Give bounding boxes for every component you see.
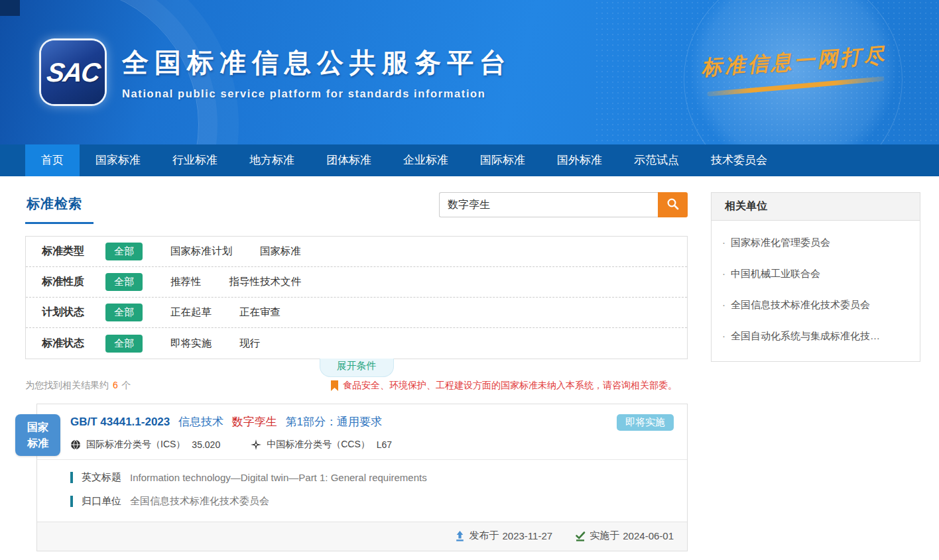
standard-title-part1: 信息技术 (178, 416, 223, 428)
detail-value: Information technology—Digital twin—Part… (130, 472, 427, 483)
filter-row-standard-type: 标准类型 全部 国家标准计划 国家标准 (26, 237, 687, 267)
result-count-prefix: 为您找到相关结果约 (25, 380, 109, 390)
related-units-panel: 相关单位 ·国家标准化管理委员会 ·中国机械工业联合会 ·全国信息技术标准化技术… (711, 192, 920, 362)
search-box (439, 192, 688, 217)
bullet-dot: · (722, 330, 725, 341)
filter-label: 标准状态 (42, 337, 105, 351)
globe-icon (70, 439, 81, 450)
related-unit-label: 国家标准化管理委员会 (731, 237, 830, 248)
type-badge-line2: 标准 (27, 435, 48, 451)
result-count: 为您找到相关结果约 6 个 (25, 380, 131, 392)
related-unit-link[interactable]: ·全国自动化系统与集成标准化技… (722, 321, 909, 352)
filter-selected-all[interactable]: 全部 (105, 273, 143, 291)
result-info-row: 为您找到相关结果约 6 个 食品安全、环境保护、工程建设方面的国家标准未纳入本系… (25, 380, 688, 392)
filter-selected-all[interactable]: 全部 (105, 304, 143, 321)
detail-label: 英文标题 (82, 471, 121, 484)
result-count-number: 6 (113, 380, 118, 390)
nav-item-technical-committees[interactable]: 技术委员会 (695, 144, 783, 176)
nav-item-pilot-demo[interactable]: 示范试点 (618, 144, 695, 176)
filter-option[interactable]: 现行 (239, 337, 260, 351)
related-unit-link[interactable]: ·全国信息技术标准化技术委员会 (722, 290, 909, 321)
filter-label: 标准类型 (42, 245, 105, 258)
implement-check-icon (575, 531, 586, 541)
publish-icon (455, 531, 465, 541)
card-details: 英文标题 Information technology—Digital twin… (37, 460, 687, 522)
published-date-item: 发布于 2023-11-27 (455, 530, 552, 542)
card-meta: 国际标准分类号（ICS） 35.020 中国标准分类号（CCS） L67 (37, 431, 687, 460)
nav-item-home[interactable]: 首页 (25, 144, 80, 176)
sac-logo-text: SAC (45, 58, 101, 87)
nav-item-group-standards[interactable]: 团体标准 (310, 144, 387, 176)
sac-logo[interactable]: SAC (41, 40, 105, 104)
related-unit-link[interactable]: ·国家标准化管理委员会 (722, 227, 909, 258)
page-title: 标准检索 (27, 196, 82, 211)
filter-option[interactable]: 推荐性 (170, 275, 202, 289)
nav-item-international-standards[interactable]: 国际标准 (464, 144, 541, 176)
section-title-underline: 标准检索 (25, 192, 94, 224)
standard-title-part2: 第1部分：通用要求 (285, 416, 381, 428)
ccs-meta: 中国标准分类号（CCS） L67 (251, 439, 392, 451)
detail-value: 全国信息技术标准化技术委员会 (130, 495, 269, 508)
nav-item-national-standards[interactable]: 国家标准 (80, 144, 156, 176)
implemented-date: 2024-06-01 (623, 530, 674, 541)
card-footer: 发布于 2023-11-27 实施于 2024-06-01 (37, 522, 687, 551)
site-header: SAC 全国标准信息公共服务平台 National public service… (0, 0, 939, 144)
related-unit-label: 中国机械工业联合会 (731, 268, 820, 279)
main-nav: 首页 国家标准 行业标准 地方标准 团体标准 企业标准 国际标准 国外标准 示范… (0, 144, 939, 176)
ics-label: 国际标准分类号（ICS） (86, 439, 185, 451)
compass-icon (251, 439, 261, 450)
status-badge: 即将实施 (617, 414, 674, 431)
bullet-dot: · (722, 268, 725, 279)
detail-bar-art (70, 472, 73, 483)
card-head: GB/T 43441.1-2023 信息技术 数字孪生 第1部分：通用要求 即将… (37, 404, 687, 431)
nav-item-enterprise-standards[interactable]: 企业标准 (387, 144, 464, 176)
expand-conditions-button[interactable]: 展开条件 (320, 359, 394, 377)
filter-option[interactable]: 即将实施 (170, 337, 212, 351)
site-subtitle: National public service platform for sta… (122, 87, 512, 100)
detail-bar-art (70, 496, 73, 507)
filter-panel: 标准类型 全部 国家标准计划 国家标准 标准性质 全部 推荐性 指导性技术文件 … (25, 236, 688, 359)
search-button[interactable] (658, 192, 688, 217)
filter-selected-all[interactable]: 全部 (105, 335, 143, 353)
filter-row-standard-status: 标准状态 全部 即将实施 现行 (26, 328, 687, 359)
standard-type-badge: 国家 标准 (15, 414, 60, 456)
notice-text: 食品安全、环境保护、工程建设方面的国家标准未纳入本系统，请咨询相关部委。 (343, 380, 677, 392)
detail-row-committee: 归口单位 全国信息技术标准化技术委员会 (70, 495, 674, 508)
filter-selected-all[interactable]: 全部 (105, 243, 143, 260)
bullet-dot: · (722, 299, 725, 310)
filter-option[interactable]: 正在起草 (170, 306, 212, 319)
search-input[interactable] (439, 192, 658, 217)
filter-row-plan-status: 计划状态 全部 正在起草 正在审查 (26, 298, 687, 328)
detail-row-english-title: 英文标题 Information technology—Digital twin… (70, 471, 674, 484)
standard-title-highlight: 数字孪生 (232, 416, 277, 428)
ccs-label: 中国标准分类号（CCS） (267, 439, 370, 451)
nav-item-foreign-standards[interactable]: 国外标准 (541, 144, 618, 176)
ics-meta: 国际标准分类号（ICS） 35.020 (70, 439, 220, 451)
related-unit-label: 全国信息技术标准化技术委员会 (731, 299, 870, 310)
magnifier-icon (666, 197, 679, 212)
filter-label: 标准性质 (42, 275, 105, 289)
bullet-dot: · (722, 237, 725, 248)
standard-title-link[interactable]: GB/T 43441.1-2023 信息技术 数字孪生 第1部分：通用要求 (70, 414, 382, 429)
detail-label: 归口单位 (82, 495, 121, 508)
site-title: 全国标准信息公共服务平台 (122, 44, 512, 81)
page-content: 标准检索 标准类型 全部 国家标准计划 国家标准 标准性质 全部 (0, 176, 939, 551)
standard-code: GB/T 43441.1-2023 (70, 416, 170, 428)
related-unit-label: 全国自动化系统与集成标准化技… (731, 330, 880, 341)
related-unit-link[interactable]: ·中国机械工业联合会 (722, 258, 909, 290)
type-badge-line1: 国家 (27, 420, 48, 435)
published-date: 2023-11-27 (502, 530, 552, 541)
filter-option[interactable]: 国家标准 (260, 245, 301, 258)
filter-label: 计划状态 (42, 306, 105, 319)
system-notice: 食品安全、环境保护、工程建设方面的国家标准未纳入本系统，请咨询相关部委。 (331, 380, 677, 392)
search-section: 标准检索 (25, 192, 688, 236)
nav-item-local-standards[interactable]: 地方标准 (233, 144, 310, 176)
nav-item-industry-standards[interactable]: 行业标准 (156, 144, 233, 176)
filter-option[interactable]: 正在审查 (239, 306, 281, 319)
implemented-date-item: 实施于 2024-06-01 (575, 530, 674, 542)
implemented-label: 实施于 (590, 530, 619, 542)
filter-option[interactable]: 国家标准计划 (170, 245, 232, 258)
main-column: 标准检索 标准类型 全部 国家标准计划 国家标准 标准性质 全部 (25, 192, 688, 551)
filter-option[interactable]: 指导性技术文件 (229, 275, 302, 289)
result-card: 国家 标准 GB/T 43441.1-2023 信息技术 数字孪生 第1部分：通… (36, 404, 688, 551)
